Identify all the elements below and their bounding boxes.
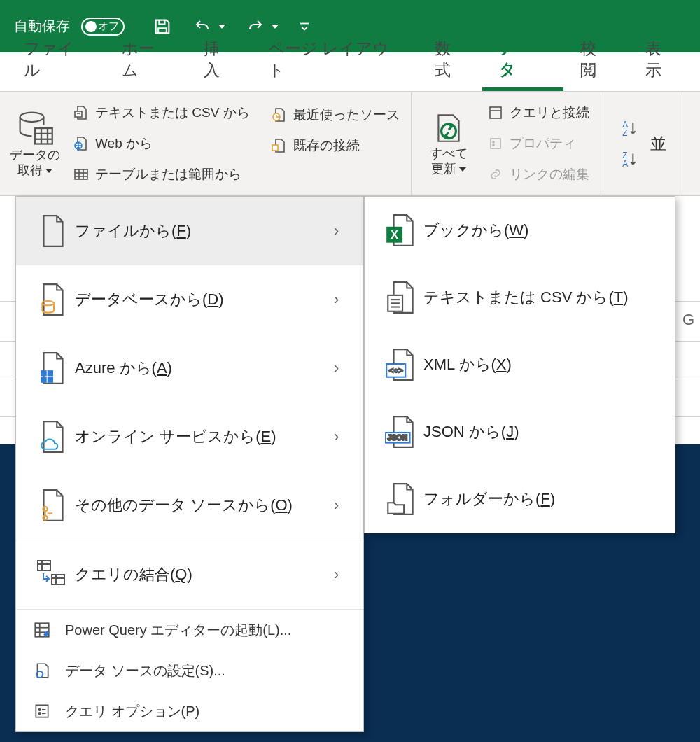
refresh-all-button[interactable]: すべて 更新: [419, 97, 479, 190]
menu-combine-queries[interactable]: クエリの結合(Q) ›: [16, 540, 363, 609]
queries-connections-button[interactable]: クエリと接続: [483, 102, 594, 123]
tab-file[interactable]: ファイル: [7, 29, 105, 91]
svg-point-49: [38, 708, 41, 710]
svg-point-34: [43, 516, 47, 520]
svg-text:X: X: [391, 228, 398, 241]
svg-rect-19: [490, 107, 501, 118]
folder-file-icon: [379, 481, 424, 517]
chevron-right-icon: ›: [334, 566, 348, 584]
settings-file-icon: [30, 662, 54, 680]
svg-point-22: [493, 141, 494, 143]
ribbon-tabs: ファイル ホーム 挿入 ページ レイアウト 数式 データ 校閲 表示: [0, 52, 700, 92]
menu-item-label: フォルダーから(F): [424, 489, 659, 510]
menu-item-label: Power Query エディターの起動(L)...: [65, 621, 291, 640]
svg-rect-8: [75, 111, 82, 117]
sort-desc-icon: ZA: [620, 150, 640, 168]
menu-item-label: クエリ オプション(P): [65, 702, 200, 721]
menu-item-label: ファイルから(F): [75, 220, 334, 241]
from-table-range-button[interactable]: テーブルまたは範囲から: [69, 164, 254, 185]
existing-connections-button[interactable]: 既存の接続: [267, 135, 404, 156]
svg-text:JSON: JSON: [388, 434, 407, 442]
ribbon: データの 取得 テキストまたは CSV から Web から テーブルまたは範囲か…: [0, 92, 700, 196]
chevron-right-icon: ›: [334, 222, 348, 240]
existing-conn-icon: [271, 137, 288, 154]
menu-item-label: データ ソースの設定(S)...: [65, 662, 225, 680]
menu-item-label: テキストまたは CSV から(T): [424, 287, 659, 308]
from-text-csv-button[interactable]: テキストまたは CSV から: [69, 102, 254, 123]
submenu-from-workbook[interactable]: X ブックから(W): [365, 197, 675, 264]
tab-page-layout[interactable]: ページ レイアウト: [251, 29, 418, 91]
menu-item-label: クエリの結合(Q): [75, 564, 334, 585]
chevron-down-icon: [218, 24, 225, 29]
sort-desc-button[interactable]: ZA: [615, 148, 645, 169]
combine-icon: [30, 558, 75, 592]
submenu-from-xml[interactable]: <●> XML から(X): [365, 331, 675, 398]
submenu-from-text-csv[interactable]: テキストまたは CSV から(T): [365, 264, 675, 331]
properties-icon: [487, 135, 504, 152]
chevron-down-icon: [459, 167, 466, 172]
get-data-button[interactable]: データの 取得: [7, 97, 63, 190]
cloud-file-icon: [30, 419, 75, 455]
svg-text:<●>: <●>: [389, 366, 404, 374]
menu-item-label: データベースから(D): [75, 289, 334, 310]
chevron-right-icon: ›: [334, 359, 348, 377]
get-data-menu: ファイルから(F) › データベースから(D) › Azure から(A) › …: [15, 196, 364, 732]
menu-item-label: オンライン サービスから(E): [75, 426, 334, 447]
svg-rect-48: [36, 705, 48, 717]
menu-from-database[interactable]: データベースから(D) ›: [16, 265, 363, 334]
table-edit-icon: [30, 621, 54, 639]
sort-asc-button[interactable]: AZ: [615, 118, 645, 139]
properties-button: プロパティ: [483, 133, 594, 154]
chevron-right-icon: ›: [334, 428, 348, 446]
svg-rect-3: [35, 128, 52, 144]
menu-item-label: ブックから(W): [424, 220, 659, 241]
menu-query-options[interactable]: クエリ オプション(P): [16, 691, 363, 732]
other-sources-icon: [30, 487, 75, 524]
autosave-toggle[interactable]: オフ: [81, 18, 125, 36]
from-web-button[interactable]: Web から: [69, 133, 254, 154]
sort-button[interactable]: 並: [645, 97, 673, 190]
submenu-from-json[interactable]: JSON JSON から(J): [365, 398, 675, 465]
excel-file-icon: X: [379, 212, 424, 248]
menu-from-online-services[interactable]: オンライン サービスから(E) ›: [16, 402, 363, 471]
menu-launch-power-query[interactable]: Power Query エディターの起動(L)...: [16, 610, 363, 650]
edit-links-button: リンクの編集: [483, 164, 594, 185]
group-sort-filter: AZ ZA 並: [601, 92, 680, 195]
menu-from-file[interactable]: ファイルから(F) ›: [16, 197, 363, 265]
recent-sources-button[interactable]: 最近使ったソース: [267, 104, 404, 125]
svg-point-51: [38, 713, 41, 715]
chevron-right-icon: ›: [334, 290, 348, 309]
svg-point-2: [20, 112, 44, 122]
menu-from-azure[interactable]: Azure から(A) ›: [16, 334, 363, 402]
links-icon: [487, 166, 504, 183]
tab-formula[interactable]: 数式: [418, 29, 482, 91]
clock-file-icon: [271, 106, 288, 123]
svg-point-18: [441, 123, 456, 138]
menu-data-source-settings[interactable]: データ ソースの設定(S)...: [16, 650, 363, 691]
svg-text:A: A: [622, 159, 628, 168]
menu-from-other-sources[interactable]: その他のデータ ソースから(O) ›: [16, 471, 363, 540]
options-icon: [30, 702, 54, 720]
svg-text:Z: Z: [622, 128, 627, 137]
tab-home[interactable]: ホーム: [105, 29, 186, 91]
web-file-icon: [73, 135, 90, 152]
svg-rect-29: [41, 370, 46, 376]
tab-insert[interactable]: 挿入: [187, 29, 251, 91]
menu-item-label: その他のデータ ソースから(O): [75, 495, 334, 516]
svg-rect-30: [48, 370, 53, 376]
text-file-icon: [73, 104, 90, 121]
tab-data[interactable]: データ: [482, 29, 564, 91]
column-header[interactable]: G: [682, 311, 694, 329]
database-file-icon: [30, 281, 75, 318]
text-file-icon: [379, 279, 424, 316]
tab-view[interactable]: 表示: [629, 29, 693, 91]
queries-icon: [487, 104, 504, 121]
svg-point-33: [43, 507, 47, 511]
svg-rect-40: [52, 575, 64, 584]
submenu-from-folder[interactable]: フォルダーから(F): [365, 465, 675, 533]
chevron-right-icon: ›: [334, 496, 348, 514]
svg-rect-37: [38, 561, 50, 570]
refresh-icon: [431, 111, 466, 146]
group-queries-connections: すべて 更新 クエリと接続 プロパティ リンクの編集: [412, 92, 601, 195]
tab-review[interactable]: 校閲: [564, 29, 628, 91]
